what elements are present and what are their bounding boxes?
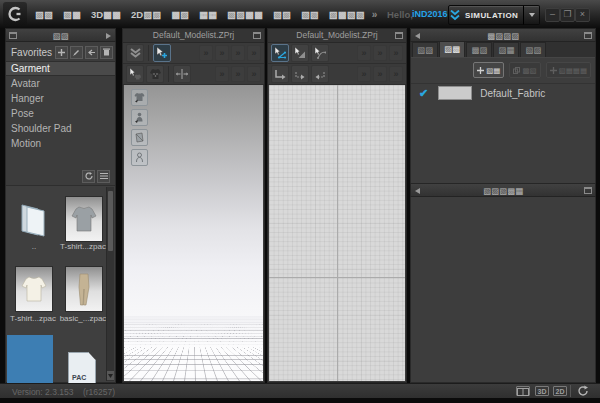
select-garment-tool-icon[interactable] — [126, 65, 144, 83]
library-category-motion[interactable]: Motion — [6, 136, 115, 151]
transform-pattern-tool-icon[interactable] — [271, 44, 289, 62]
property-editor-collapse-icon[interactable] — [415, 188, 420, 194]
show-garment-toggle[interactable] — [131, 89, 148, 106]
object-window-collapse-icon[interactable] — [415, 33, 420, 39]
viewport-3d: Default_Modelist.ZPrj » » » » » » » — [122, 28, 265, 383]
viewport-2d-detach-icon[interactable] — [395, 32, 403, 39]
fabric-list-item[interactable]: ✔ Default_Fabric — [411, 83, 595, 102]
toolbar-overflow-icon: » — [357, 45, 371, 61]
fabric-checked-icon[interactable]: ✔ — [419, 87, 428, 100]
library-category-hanger[interactable]: Hanger — [6, 91, 115, 106]
tab-buttonhole[interactable]: ▨▦ — [493, 42, 519, 57]
view-2d-button[interactable]: 2D — [553, 386, 567, 396]
show-avatar-silhouette-toggle[interactable] — [131, 149, 148, 166]
menu-edit[interactable]: ▧▩ — [58, 9, 86, 20]
edit-curve-tool-icon[interactable] — [311, 44, 329, 62]
library-tools-row — [6, 168, 115, 184]
close-button[interactable]: × — [575, 8, 590, 22]
add-apply-fabric-button[interactable]: ▧▦▦▦ — [546, 62, 591, 78]
version-label: Version: 2.3.153 (r16257) — [12, 387, 115, 397]
scrollbar-down-button[interactable] — [107, 371, 114, 380]
clo-logo-icon[interactable] — [3, 2, 27, 26]
garment-fit-icon[interactable] — [146, 65, 164, 83]
library-category-pose[interactable]: Pose — [6, 106, 115, 121]
library-category-list: Garment Avatar Hanger Pose Shoulder Pad … — [6, 61, 115, 151]
edit-pattern-tool-icon[interactable] — [291, 44, 309, 62]
menu-3d-garment[interactable]: 3D▩▩ — [86, 9, 126, 20]
tab-button[interactable]: ▩▨ — [466, 42, 492, 57]
rotate-ccw-tool-icon[interactable] — [291, 65, 309, 83]
menu-2d-pattern[interactable]: 2D▨▨ — [126, 9, 166, 20]
copy-fabric-button[interactable]: ▩▧ — [509, 62, 540, 78]
tab-fabric[interactable]: ▨▩ — [439, 41, 465, 57]
tab-topstitch[interactable]: ▧▨ — [520, 42, 546, 57]
folder-up-icon[interactable] — [18, 202, 48, 238]
favorites-label: Favorites — [11, 47, 55, 58]
favorites-back-button[interactable] — [85, 46, 98, 59]
menu-material[interactable]: ▦▦ — [194, 9, 222, 20]
thumbnail-fabric-blue[interactable] — [7, 335, 53, 383]
library-category-avatar[interactable]: Avatar — [6, 76, 115, 91]
minimize-button[interactable]: – — [545, 8, 560, 22]
maximize-button[interactable]: ❐ — [560, 8, 575, 22]
simulation-dropdown-button[interactable] — [523, 5, 540, 25]
thumbnail-tshirt-white[interactable] — [15, 266, 53, 312]
viewport-3d-detach-icon[interactable] — [253, 32, 261, 39]
library-panel-title: ▧▨ — [52, 31, 68, 41]
menu-file[interactable]: ▨▧ — [30, 9, 58, 20]
object-window-header: ▩▨▨▨ — [410, 28, 596, 42]
toolbar-overflow-icon: » — [357, 66, 371, 82]
refresh-icon[interactable] — [82, 170, 95, 183]
viewport-2d-canvas[interactable] — [269, 85, 405, 381]
simulate-tool-icon[interactable] — [126, 44, 144, 62]
menu-avatar[interactable]: ▧▨▩▩ — [222, 9, 268, 20]
thumbnail-label: T-shirt...zpac — [8, 314, 58, 323]
tab-scene[interactable]: ▧▨ — [412, 42, 438, 57]
list-view-icon[interactable] — [97, 170, 110, 183]
toolbar-overflow-icon: » — [199, 45, 213, 61]
library-panel-header: ▧▨ — [5, 28, 116, 42]
favorites-delete-button[interactable] — [100, 46, 113, 59]
library-detach-icon[interactable] — [9, 32, 17, 39]
menu-render[interactable]: ▧▨ — [268, 9, 296, 20]
unfold-tool-icon[interactable] — [271, 65, 289, 83]
toolbar-overflow-icon: » — [231, 66, 245, 82]
favorites-edit-button[interactable] — [70, 46, 83, 59]
library-category-garment[interactable]: Garment — [6, 61, 115, 76]
thumbnail-label: basic_...zpac — [58, 314, 108, 323]
select-move-tool-icon[interactable] — [153, 44, 171, 62]
application-window: ▨▧ ▧▩ 3D▩▩ 2D▨▨ ▩▨ ▦▦ ▧▨▩▩ ▧▨ ▧▧ ▨▩▧▧ » … — [0, 0, 600, 403]
username-link[interactable]: iND2016 — [412, 9, 448, 19]
menu-preferences[interactable]: ▨▩▧▧ — [324, 9, 370, 20]
thumbnail-pants[interactable] — [65, 266, 103, 312]
library-panel: Favorites Garment Avatar Hanger Pose Sho… — [5, 41, 116, 383]
rotate-cw-tool-icon[interactable] — [311, 65, 329, 83]
simulation-button[interactable]: SIMULATION — [448, 5, 524, 25]
sync-view-button[interactable] — [577, 385, 589, 397]
object-window-title: ▩▨▨▨ — [487, 31, 519, 41]
viewport-2d-header: Default_Modelist.ZPrj — [268, 29, 406, 43]
object-window-actions: ▧▦ ▩▧ ▧▦▦▦ — [473, 62, 591, 78]
menu-overflow-chevron[interactable]: » — [372, 9, 378, 20]
scrollbar-thumb[interactable] — [108, 191, 113, 251]
fabric-name: Default_Fabric — [480, 88, 545, 99]
property-editor-detach-icon[interactable] — [584, 187, 592, 194]
add-fabric-button[interactable]: ▧▦ — [473, 62, 504, 78]
split-view-button[interactable] — [516, 386, 530, 396]
thumbnail-tshirt-gray[interactable] — [65, 196, 103, 242]
favorites-add-button[interactable] — [55, 46, 68, 59]
thumbnail-pac-file[interactable]: PAC — [68, 352, 96, 385]
thumbnails-scrollbar[interactable] — [106, 187, 114, 381]
menu-sewing[interactable]: ▩▨ — [166, 9, 194, 20]
view-3d-button[interactable]: 3D — [535, 386, 549, 396]
menu-display[interactable]: ▧▧ — [296, 9, 324, 20]
show-pattern-toggle[interactable] — [131, 129, 148, 146]
library-collapse-icon[interactable] — [106, 33, 111, 39]
pattern-axis-horizontal — [269, 277, 405, 278]
show-avatar-toggle[interactable] — [131, 109, 148, 126]
object-window-detach-icon[interactable] — [584, 32, 592, 39]
library-category-shoulder-pad[interactable]: Shoulder Pad — [6, 121, 115, 136]
viewport-2d: Default_Modelist.ZPrj » » » » » » — [267, 28, 407, 383]
move-apart-tool-icon[interactable] — [173, 65, 191, 83]
viewport-3d-canvas[interactable] — [124, 85, 263, 381]
